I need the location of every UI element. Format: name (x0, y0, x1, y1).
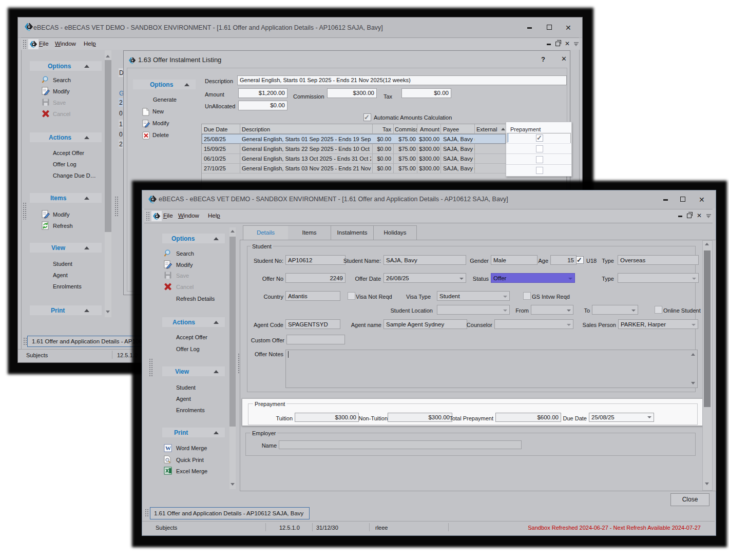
svg-text:W: W (165, 445, 171, 451)
